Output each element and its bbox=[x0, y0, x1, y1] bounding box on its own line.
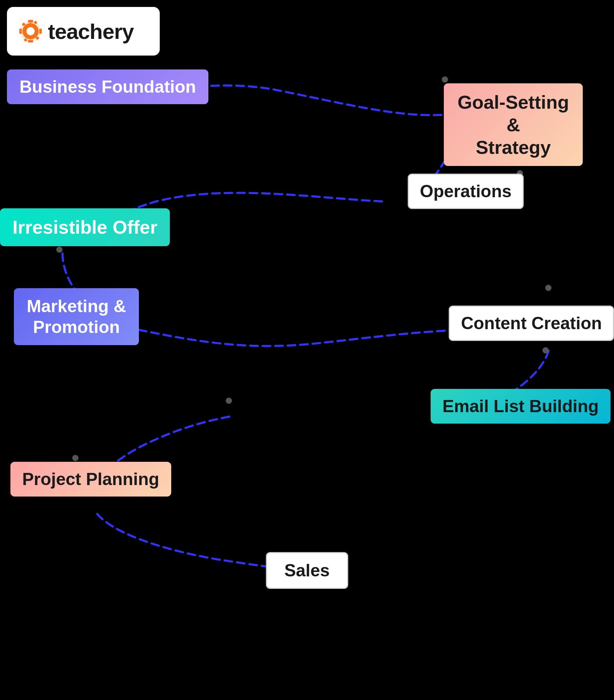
logo-box: teachery bbox=[7, 7, 160, 56]
teachery-logo-icon bbox=[18, 19, 43, 44]
node-marketing-promotion: Marketing &Promotion bbox=[14, 288, 139, 345]
node-email-list: Email List Building bbox=[431, 389, 611, 424]
dot-2 bbox=[442, 76, 448, 83]
dot-8 bbox=[226, 398, 232, 404]
node-irresistible-offer: Irresistible Offer bbox=[0, 208, 170, 246]
node-project-planning: Project Planning bbox=[10, 462, 171, 497]
node-content-creation: Content Creation bbox=[449, 306, 614, 341]
dot-5 bbox=[56, 247, 63, 253]
dot-6 bbox=[545, 285, 551, 291]
dot-7 bbox=[542, 347, 549, 353]
logo-text: teachery bbox=[48, 19, 134, 44]
node-operations: Operations bbox=[408, 174, 524, 209]
svg-point-2 bbox=[26, 27, 34, 35]
svg-point-3 bbox=[29, 20, 32, 23]
node-sales: Sales bbox=[266, 552, 348, 589]
node-goal-setting: Goal-Setting &Strategy bbox=[444, 83, 583, 166]
node-business-foundation: Business Foundation bbox=[7, 69, 208, 104]
dot-9 bbox=[72, 455, 78, 461]
